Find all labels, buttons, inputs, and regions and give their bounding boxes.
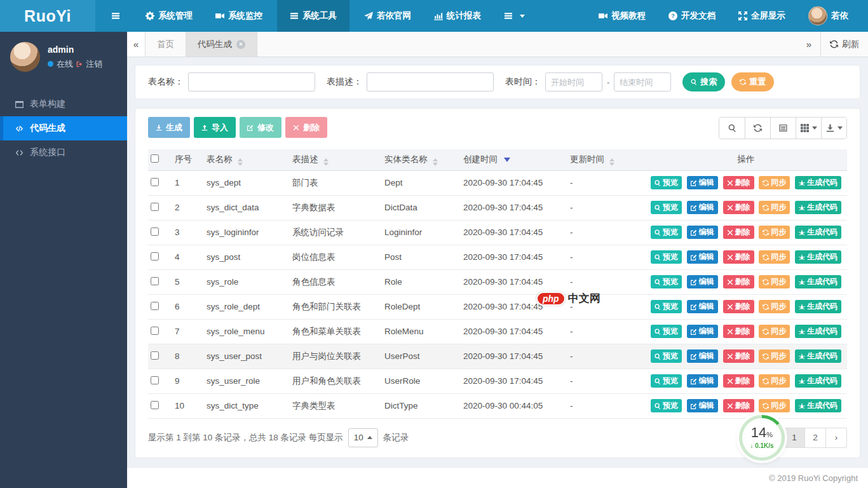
generate-code-button[interactable]: 生成代码 (795, 201, 841, 214)
row-checkbox[interactable] (151, 401, 159, 409)
tab-code-generation[interactable]: 代码生成 × (186, 32, 257, 57)
edit-button[interactable]: 编辑 (687, 349, 718, 363)
sync-button[interactable]: 同步 (759, 374, 790, 388)
delete-button[interactable]: 删除 (723, 226, 754, 239)
columns-dropdown-button[interactable] (796, 118, 821, 139)
row-checkbox[interactable] (151, 376, 159, 384)
preview-button[interactable]: 预览 (651, 275, 682, 288)
sync-button[interactable]: 同步 (759, 176, 790, 189)
modify-button[interactable]: 修改 (240, 117, 281, 138)
row-checkbox[interactable] (151, 351, 159, 360)
sidebar-item-form-builder[interactable]: 表单构建 (0, 92, 127, 116)
start-time-input[interactable] (545, 72, 602, 92)
menu-item-system-manage[interactable]: 系统管理 (137, 0, 201, 32)
preview-button[interactable]: 预览 (651, 176, 682, 189)
delete-button[interactable]: 删除 (723, 201, 754, 214)
generate-button[interactable]: 生成 (148, 117, 190, 138)
edit-button[interactable]: 编辑 (687, 250, 718, 264)
delete-button[interactable]: 删除 (723, 250, 754, 264)
header-table-desc[interactable]: 表描述 (290, 149, 382, 170)
preview-button[interactable]: 预览 (651, 399, 682, 412)
select-all-checkbox[interactable] (151, 154, 159, 163)
video-tutorial-link[interactable]: 视频教程 (590, 0, 654, 32)
next-page-button[interactable]: › (826, 428, 847, 448)
delete-button[interactable]: 删除 (285, 117, 327, 138)
menu-item-official-site[interactable]: 若依官网 (356, 0, 419, 32)
logout-link[interactable]: 注销 (86, 58, 102, 70)
tab-home[interactable]: 首页 (146, 32, 186, 57)
sidebar-toggle-button[interactable] (103, 0, 128, 32)
generate-code-button[interactable]: 生成代码 (795, 349, 841, 363)
generate-code-button[interactable]: 生成代码 (795, 176, 841, 189)
user-menu-button[interactable]: 若依 (800, 0, 857, 32)
table-name-input[interactable] (188, 72, 315, 92)
row-checkbox[interactable] (151, 227, 159, 236)
dev-docs-link[interactable]: ? 开发文档 (660, 0, 724, 32)
search-button[interactable]: 搜索 (682, 72, 725, 92)
delete-button[interactable]: 删除 (723, 349, 754, 363)
menu-item-statistics[interactable]: 统计报表 (426, 0, 489, 32)
delete-button[interactable]: 删除 (723, 325, 754, 338)
sync-button[interactable]: 同步 (759, 300, 790, 313)
delete-button[interactable]: 删除 (723, 399, 754, 412)
sync-button[interactable]: 同步 (759, 201, 790, 214)
row-checkbox[interactable] (151, 178, 159, 186)
preview-button[interactable]: 预览 (651, 226, 682, 239)
header-created[interactable]: 创建时间 (461, 149, 567, 170)
row-checkbox[interactable] (151, 252, 159, 261)
generate-code-button[interactable]: 生成代码 (795, 226, 841, 239)
edit-button[interactable]: 编辑 (687, 226, 718, 239)
page-button[interactable]: 2 (805, 428, 826, 448)
sync-button[interactable]: 同步 (759, 250, 790, 264)
sync-button[interactable]: 同步 (759, 226, 790, 239)
download-progress-widget[interactable]: 14% ↓ 0.1K/s (739, 415, 785, 461)
page-size-select[interactable]: 10 (348, 428, 378, 447)
delete-button[interactable]: 删除 (723, 374, 754, 388)
sync-button[interactable]: 同步 (759, 399, 790, 412)
generate-code-button[interactable]: 生成代码 (795, 374, 841, 388)
page-button[interactable]: 1 (784, 428, 805, 448)
edit-button[interactable]: 编辑 (687, 325, 718, 338)
table-desc-input[interactable] (367, 72, 494, 92)
edit-button[interactable]: 编辑 (687, 399, 718, 412)
sync-button[interactable]: 同步 (759, 349, 790, 363)
header-updated[interactable]: 更新时间 (567, 149, 645, 170)
refresh-tab-button[interactable]: 刷新 (820, 32, 868, 57)
reset-button[interactable]: 重置 (731, 72, 774, 92)
row-checkbox[interactable] (151, 203, 159, 211)
header-entity[interactable]: 实体类名称 (382, 149, 461, 170)
generate-code-button[interactable]: 生成代码 (795, 250, 841, 264)
refresh-table-button[interactable] (745, 118, 770, 139)
import-button[interactable]: 导入 (194, 117, 236, 138)
generate-code-button[interactable]: 生成代码 (795, 399, 841, 412)
header-table-name[interactable]: 表名称 (204, 149, 290, 170)
show-search-button[interactable] (719, 118, 745, 139)
preview-button[interactable]: 预览 (651, 349, 682, 363)
user-avatar[interactable] (10, 42, 40, 72)
end-time-input[interactable] (614, 72, 671, 92)
toggle-view-button[interactable] (770, 118, 796, 139)
sync-button[interactable]: 同步 (759, 275, 790, 288)
edit-button[interactable]: 编辑 (687, 176, 718, 189)
preview-button[interactable]: 预览 (651, 201, 682, 214)
delete-button[interactable]: 删除 (723, 300, 754, 313)
sidebar-item-system-api[interactable]: 系统接口 (0, 140, 127, 165)
generate-code-button[interactable]: 生成代码 (795, 300, 841, 313)
menu-dropdown-button[interactable] (496, 0, 533, 32)
close-tab-icon[interactable]: × (236, 40, 245, 49)
generate-code-button[interactable]: 生成代码 (795, 325, 841, 338)
edit-button[interactable]: 编辑 (687, 201, 718, 214)
menu-item-system-tools[interactable]: 系统工具 (277, 0, 349, 32)
preview-button[interactable]: 预览 (651, 300, 682, 313)
delete-button[interactable]: 删除 (723, 275, 754, 288)
sync-button[interactable]: 同步 (759, 325, 790, 338)
generate-code-button[interactable]: 生成代码 (795, 275, 841, 288)
preview-button[interactable]: 预览 (651, 325, 682, 338)
tabs-scroll-left-button[interactable]: « (127, 32, 146, 57)
edit-button[interactable]: 编辑 (687, 300, 718, 313)
edit-button[interactable]: 编辑 (687, 374, 718, 388)
preview-button[interactable]: 预览 (651, 250, 682, 264)
app-logo[interactable]: RuoYi (0, 0, 95, 32)
row-checkbox[interactable] (151, 327, 159, 335)
edit-button[interactable]: 编辑 (687, 275, 718, 288)
